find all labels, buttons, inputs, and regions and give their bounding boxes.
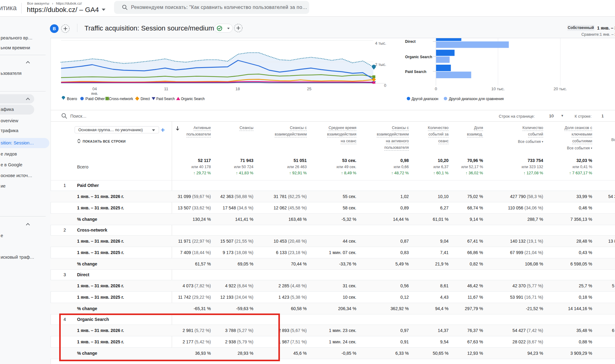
svg-text:18: 18 (236, 87, 240, 91)
svg-text:04: 04 (92, 87, 97, 91)
svg-text:25: 25 (307, 87, 311, 91)
svg-text:Другой диапазон: Другой диапазон (412, 97, 438, 101)
svg-text:Organic Search: Organic Search (405, 55, 432, 59)
svg-text:Organic Search: Organic Search (181, 97, 205, 101)
svg-text:Всего: Всего (67, 97, 77, 101)
svg-text:0: 0 (435, 87, 437, 91)
svg-text:Paid Other: Paid Other (85, 97, 105, 101)
svg-text:2 тыс.: 2 тыс. (375, 62, 386, 67)
svg-text:Direct: Direct (141, 97, 150, 101)
svg-text:20 тыс.: 20 тыс. (554, 87, 567, 91)
svg-text:11: 11 (164, 87, 168, 91)
svg-text:Cross-network: Cross-network (109, 97, 133, 101)
svg-text:янв.: янв. (91, 91, 98, 96)
svg-text:10 тыс.: 10 тыс. (491, 87, 505, 91)
svg-text:Другой диапазон для сравнения: Другой диапазон для сравнения (449, 97, 504, 101)
svg-text:Paid Search: Paid Search (156, 97, 175, 101)
svg-text:4 тыс.: 4 тыс. (375, 41, 386, 46)
svg-text:Paid Search: Paid Search (405, 69, 426, 74)
svg-text:0: 0 (384, 83, 386, 88)
svg-text:Direct: Direct (405, 39, 416, 44)
